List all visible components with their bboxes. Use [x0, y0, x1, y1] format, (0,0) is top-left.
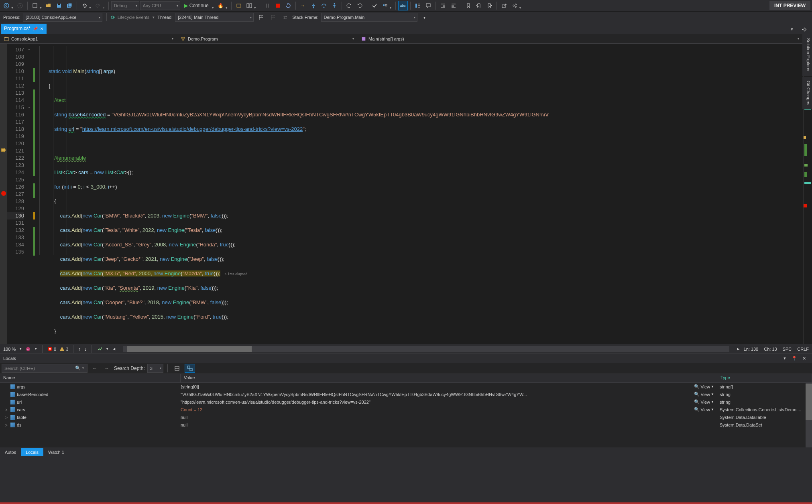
- search-icon[interactable]: 🔍: [75, 366, 81, 371]
- breakpoint-margin[interactable]: [0, 44, 7, 344]
- crumb-project[interactable]: ConsoleApp1: [0, 37, 177, 41]
- tb-icon-1[interactable]: [234, 1, 244, 10]
- health-icon[interactable]: [25, 346, 31, 352]
- fold-collapse-icon[interactable]: ⌄: [28, 47, 31, 51]
- bookmark-next-icon[interactable]: [484, 1, 494, 10]
- locals-row[interactable]: url"https://learn.microsoft.com/en-us/vi…: [0, 398, 812, 406]
- indent-right-icon[interactable]: [449, 1, 458, 10]
- live-share-icon[interactable]: [510, 1, 519, 10]
- file-tab-program-cs[interactable]: Program.cs* 📌 ✕: [1, 24, 47, 34]
- expand-icon[interactable]: ▷: [5, 423, 9, 427]
- grid-scrollbar[interactable]: [806, 383, 812, 447]
- save-all-button[interactable]: [65, 1, 74, 10]
- share-icon[interactable]: [499, 1, 509, 10]
- toolbar-options-icon[interactable]: ▾: [420, 12, 429, 22]
- fold-collapse-icon[interactable]: ⌄: [28, 105, 31, 109]
- tab-locals[interactable]: Locals: [21, 448, 43, 456]
- nav-back-drop-icon[interactable]: ▼: [11, 6, 14, 9]
- locals-grid[interactable]: args{string[0]}🔍View ▼string[]base64enco…: [0, 383, 812, 447]
- depth-combo[interactable]: 3: [147, 364, 163, 373]
- tb-icon-a[interactable]: [370, 1, 379, 10]
- breakpoint-icon[interactable]: [1, 191, 6, 196]
- scroll-left-icon[interactable]: ◄: [112, 347, 116, 351]
- thread-combo[interactable]: [22448] Main Thread: [175, 13, 254, 22]
- comment-icon[interactable]: [423, 1, 433, 10]
- eol-indicator[interactable]: CRLF: [797, 347, 809, 352]
- stop-button[interactable]: [273, 1, 283, 10]
- step-out-button[interactable]: [330, 1, 339, 10]
- errors-badge[interactable]: 0: [47, 346, 56, 352]
- elapsed-time-lens[interactable]: ≤ 1ms elapsed: [220, 272, 247, 276]
- search-input[interactable]: Search (Ctrl+E) 🔍 ▼: [2, 364, 88, 373]
- flag-icon[interactable]: [256, 12, 266, 22]
- restart-button[interactable]: [283, 1, 293, 10]
- locals-row[interactable]: ▷tablenullSystem.Data.DataTable: [0, 413, 812, 421]
- crumb-class[interactable]: Demo.Program: [177, 37, 357, 41]
- process-combo[interactable]: [23180] ConsoleApp1.exe: [23, 13, 102, 22]
- crumb-member[interactable]: Main(string[] args): [357, 37, 802, 41]
- toggle-2[interactable]: [185, 364, 195, 373]
- fold-column[interactable]: ⌄ ⌄: [26, 44, 33, 344]
- view-visualizer[interactable]: 🔍View ▼: [694, 384, 714, 389]
- view-visualizer[interactable]: 🔍View ▼: [694, 399, 714, 404]
- close-icon[interactable]: ✕: [40, 26, 43, 31]
- new-item-button[interactable]: [30, 1, 40, 10]
- expand-icon[interactable]: ▷: [5, 408, 9, 412]
- zoom-level[interactable]: 100 %: [3, 347, 16, 352]
- tab-overflow-icon[interactable]: ▼: [787, 24, 797, 34]
- hot-reload-button[interactable]: 🔥: [216, 1, 226, 10]
- warnings-badge[interactable]: 3: [59, 346, 68, 352]
- lifecycle-label[interactable]: Lifecycle Events: [118, 15, 149, 20]
- nav-up-icon[interactable]: ↑: [78, 346, 81, 352]
- locals-row[interactable]: base64encoded"VGhlIGJ1aWx0LWluIHN0cmluZy…: [0, 390, 812, 398]
- col-type[interactable]: Type: [717, 374, 812, 382]
- nav-back-button[interactable]: [2, 1, 11, 10]
- tab-autos[interactable]: Autos: [0, 448, 21, 456]
- git-changes-tab[interactable]: Git Changes: [802, 77, 812, 109]
- line-indicator[interactable]: Ln: 130: [744, 347, 759, 352]
- col-indicator[interactable]: Ch: 13: [764, 347, 777, 352]
- scroll-right-icon[interactable]: ►: [737, 347, 741, 351]
- indent-indicator[interactable]: SPC: [783, 347, 792, 352]
- code-content[interactable]: 0 references static void Main(string[] a…: [35, 44, 803, 344]
- code-editor[interactable]: 1071081091101111121131141151161171181191…: [0, 44, 812, 344]
- undo-drop-icon[interactable]: ▼: [89, 6, 92, 9]
- view-visualizer[interactable]: 🔍View ▼: [694, 392, 714, 397]
- col-name[interactable]: Name: [0, 374, 181, 382]
- new-item-drop-icon[interactable]: ▼: [39, 6, 43, 9]
- view-visualizer[interactable]: 🔍View ▼: [694, 407, 714, 412]
- config-combo[interactable]: Debug: [111, 1, 139, 10]
- expand-icon[interactable]: ▷: [5, 415, 9, 419]
- locals-row[interactable]: args{string[0]}🔍View ▼string[]: [0, 383, 812, 390]
- panel-title-bar[interactable]: Locals ▼ 📍 ✕: [0, 354, 812, 363]
- hot-reload-drop-icon[interactable]: ▼: [225, 6, 229, 9]
- stackframe-combo[interactable]: Demo.Program.Main: [321, 13, 417, 22]
- step-into-button[interactable]: [309, 1, 318, 10]
- locals-row[interactable]: ▷carsCount = 12🔍View ▼System.Collections…: [0, 406, 812, 413]
- continue-drop-icon[interactable]: ▼: [212, 6, 215, 9]
- bookmark-icon[interactable]: [464, 1, 473, 10]
- open-file-button[interactable]: [44, 1, 53, 10]
- references-lens[interactable]: 0 references: [65, 44, 85, 47]
- step-back-button[interactable]: [344, 1, 354, 10]
- format-icon[interactable]: [413, 1, 423, 10]
- save-button[interactable]: [54, 1, 64, 10]
- tb-icon-b[interactable]: [380, 1, 390, 10]
- panel-dropdown-icon[interactable]: ▼: [780, 354, 790, 363]
- nav-down-icon[interactable]: ↓: [84, 346, 87, 352]
- abc-visualize-button[interactable]: abc: [398, 1, 408, 10]
- locals-row[interactable]: ▷dsnullSystem.Data.DataSet: [0, 421, 812, 429]
- indent-left-icon[interactable]: [438, 1, 448, 10]
- horizontal-scrollbar[interactable]: [123, 346, 729, 352]
- solution-explorer-tab[interactable]: Solution Explorer: [802, 34, 812, 76]
- step-fwd-button[interactable]: [355, 1, 364, 10]
- pin-icon[interactable]: 📌: [33, 26, 38, 31]
- toggle-1[interactable]: [172, 364, 182, 373]
- panel-pin-icon[interactable]: 📍: [790, 354, 799, 363]
- col-value[interactable]: Value: [181, 374, 717, 382]
- cleanup-icon[interactable]: [97, 346, 102, 352]
- tb-icon-2[interactable]: [244, 1, 254, 10]
- step-over-button[interactable]: [319, 1, 329, 10]
- panel-close-icon[interactable]: ✕: [799, 354, 809, 363]
- undo-button[interactable]: [79, 1, 89, 10]
